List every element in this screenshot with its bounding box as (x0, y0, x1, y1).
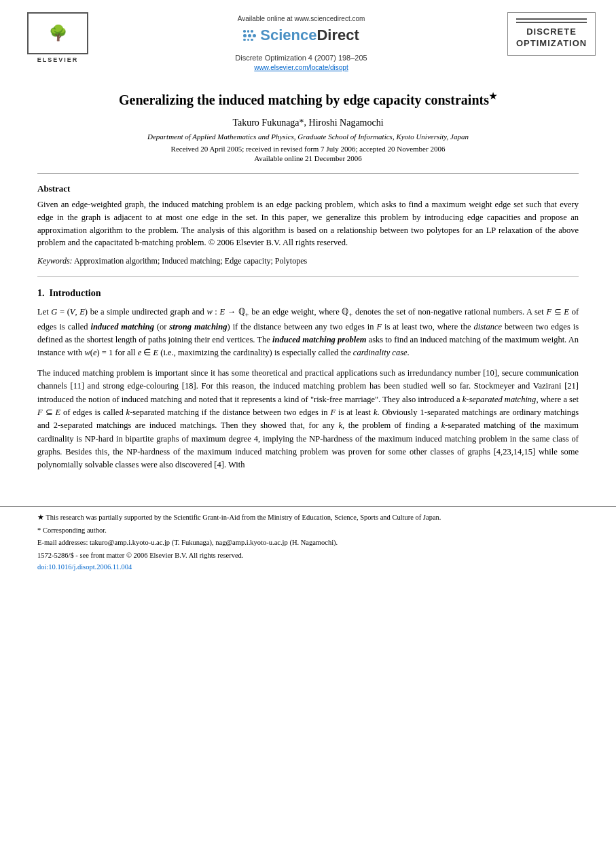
title-section: Generalizing the induced matching by edg… (37, 90, 579, 162)
footnote-issn: 1572-5286/$ - see front matter © 2006 El… (37, 550, 579, 561)
keywords-values: Approximation algorithm; Induced matchin… (74, 256, 307, 266)
available-online-date: Available online 21 December 2006 (37, 154, 579, 162)
page-header: 🌳 ELSEVIER Available online at www.scien… (0, 0, 616, 77)
journal-info: Discrete Optimization 4 (2007) 198–205 (235, 54, 367, 62)
elsevier-name: ELSEVIER (37, 56, 79, 63)
abstract-divider (37, 276, 579, 277)
footer-area: ★ This research was partially supported … (0, 506, 616, 571)
elsevier-logo: 🌳 ELSEVIER (20, 12, 95, 63)
footnote-corresponding: * Corresponding author. (37, 525, 579, 536)
keywords-label: Keywords: (37, 256, 73, 266)
main-content: Generalizing the induced matching by edg… (0, 77, 616, 493)
available-online-text: Available online at www.sciencedirect.co… (238, 15, 365, 22)
do-decorative-lines (516, 18, 587, 23)
elsevier-logo-box: 🌳 (27, 12, 88, 54)
sciencedirect-text: ScienceDirect (260, 26, 359, 44)
keywords-line: Keywords: Approximation algorithm; Induc… (37, 255, 579, 267)
intro-paragraph-2: The induced matching problem is importan… (37, 367, 579, 472)
abstract-section: Abstract Given an edge-weighted graph, t… (37, 183, 579, 267)
paper-title: Generalizing the induced matching by edg… (37, 90, 579, 109)
intro-paragraph-1: Let G = (V, E) be a simple undirected gr… (37, 306, 579, 360)
title-star: ★ (489, 91, 497, 101)
discrete-optimization-title: DISCRETE OPTIMIZATION (516, 26, 587, 50)
elsevier-tree-icon: 🌳 (49, 26, 67, 41)
section-1-title: 1. Introduction (37, 288, 579, 299)
header-center: Available online at www.sciencedirect.co… (95, 12, 507, 71)
footnote-star: ★ This research was partially supported … (37, 512, 579, 523)
received-dates: Received 20 April 2005; received in revi… (37, 145, 579, 153)
authors: Takuro Fukunaga*, Hiroshi Nagamochi (37, 118, 579, 128)
footnote-doi: doi:10.1016/j.disopt.2006.11.004 (37, 563, 579, 571)
abstract-title: Abstract (37, 183, 579, 194)
sciencedirect-logo: ScienceDirect (243, 26, 359, 44)
discrete-optimization-box: DISCRETE OPTIMIZATION (507, 12, 596, 56)
affiliation: Department of Applied Mathematics and Ph… (37, 132, 579, 141)
title-divider (37, 173, 579, 174)
sd-dots-icon (243, 30, 256, 41)
abstract-text: Given an edge-weighted graph, the induce… (37, 198, 579, 249)
journal-link[interactable]: www.elsevier.com/locate/disopt (254, 64, 348, 71)
footnote-email: E-mail addresses: takuro@amp.i.kyoto-u.a… (37, 537, 579, 548)
